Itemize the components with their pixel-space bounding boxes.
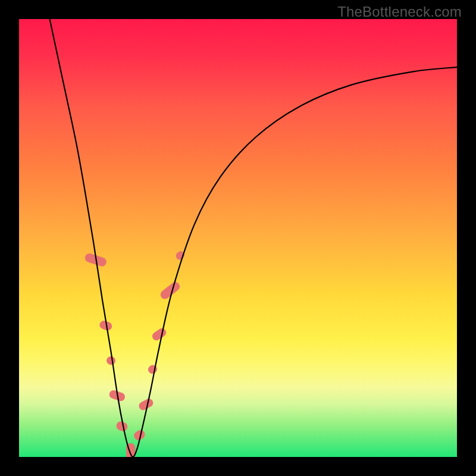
curve-marker [147, 364, 158, 375]
chart-frame: TheBottleneck.com [0, 0, 476, 476]
bottleneck-curve [19, 19, 457, 457]
watermark-text: TheBottleneck.com [337, 4, 462, 20]
plot-area [19, 19, 457, 457]
curve-marker [106, 356, 116, 366]
curve-marker [151, 327, 167, 342]
